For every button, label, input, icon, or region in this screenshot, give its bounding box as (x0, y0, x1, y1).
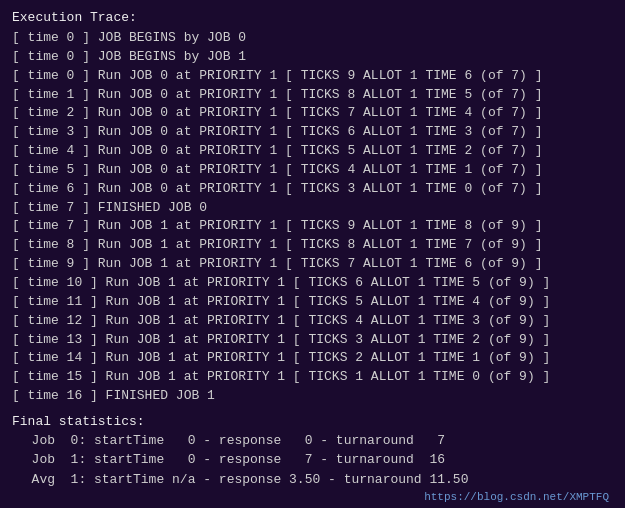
trace-line: [ time 7 ] Run JOB 1 at PRIORITY 1 [ TIC… (12, 217, 613, 236)
trace-line: [ time 9 ] Run JOB 1 at PRIORITY 1 [ TIC… (12, 255, 613, 274)
trace-line: [ time 0 ] JOB BEGINS by JOB 1 (12, 48, 613, 67)
trace-line: [ time 6 ] Run JOB 0 at PRIORITY 1 [ TIC… (12, 180, 613, 199)
trace-title: Execution Trace: (12, 10, 613, 25)
trace-line: [ time 15 ] Run JOB 1 at PRIORITY 1 [ TI… (12, 368, 613, 387)
trace-line: [ time 3 ] Run JOB 0 at PRIORITY 1 [ TIC… (12, 123, 613, 142)
watermark: https://blog.csdn.net/XMPTFQ (12, 491, 613, 503)
trace-line: [ time 12 ] Run JOB 1 at PRIORITY 1 [ TI… (12, 312, 613, 331)
trace-line: [ time 16 ] FINISHED JOB 1 (12, 387, 613, 406)
trace-line: [ time 0 ] JOB BEGINS by JOB 0 (12, 29, 613, 48)
trace-line: [ time 0 ] Run JOB 0 at PRIORITY 1 [ TIC… (12, 67, 613, 86)
trace-line: [ time 8 ] Run JOB 1 at PRIORITY 1 [ TIC… (12, 236, 613, 255)
trace-line: [ time 1 ] Run JOB 0 at PRIORITY 1 [ TIC… (12, 86, 613, 105)
trace-line: [ time 13 ] Run JOB 1 at PRIORITY 1 [ TI… (12, 331, 613, 350)
trace-line: [ time 2 ] Run JOB 0 at PRIORITY 1 [ TIC… (12, 104, 613, 123)
trace-line: [ time 10 ] Run JOB 1 at PRIORITY 1 [ TI… (12, 274, 613, 293)
trace-line: [ time 7 ] FINISHED JOB 0 (12, 199, 613, 218)
stats-lines-container: Job 0: startTime 0 - response 0 - turnar… (12, 431, 613, 490)
trace-line: [ time 5 ] Run JOB 0 at PRIORITY 1 [ TIC… (12, 161, 613, 180)
trace-line: [ time 4 ] Run JOB 0 at PRIORITY 1 [ TIC… (12, 142, 613, 161)
trace-line: [ time 14 ] Run JOB 1 at PRIORITY 1 [ TI… (12, 349, 613, 368)
stats-section: Final statistics: Job 0: startTime 0 - r… (12, 414, 613, 490)
terminal-window: Execution Trace: [ time 0 ] JOB BEGINS b… (12, 10, 613, 498)
trace-line: [ time 11 ] Run JOB 1 at PRIORITY 1 [ TI… (12, 293, 613, 312)
stats-line: Job 1: startTime 0 - response 7 - turnar… (12, 450, 613, 470)
trace-lines-container: [ time 0 ] JOB BEGINS by JOB 0[ time 0 ]… (12, 29, 613, 406)
stats-title: Final statistics: (12, 414, 613, 429)
stats-line: Job 0: startTime 0 - response 0 - turnar… (12, 431, 613, 451)
stats-line: Avg 1: startTime n/a - response 3.50 - t… (12, 470, 613, 490)
